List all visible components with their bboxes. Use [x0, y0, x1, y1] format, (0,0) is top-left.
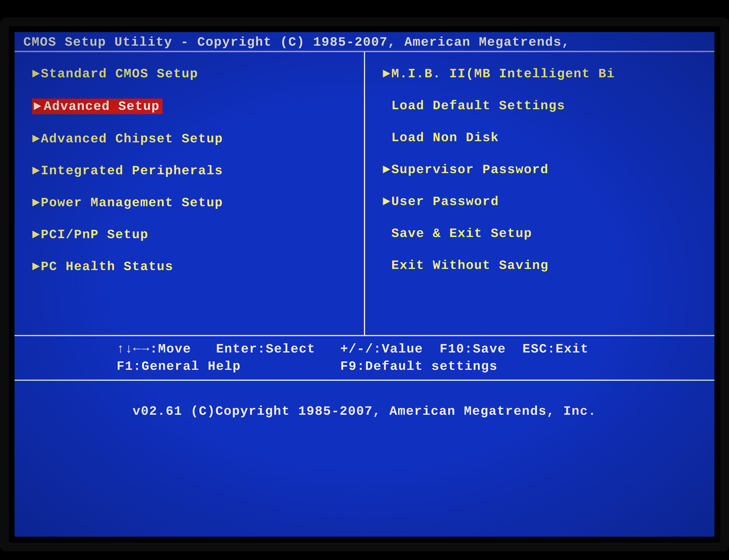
submenu-arrow-icon: ► [32, 227, 41, 242]
bios-title: CMOS Setup Utility - Copyright (C) 1985-… [15, 32, 714, 51]
menu-item-label: Exit Without Saving [391, 258, 549, 273]
menu-item-right-3[interactable]: ►Supervisor Password [382, 162, 706, 177]
menu-item-left-1[interactable]: ►Advanced Setup [32, 99, 355, 114]
submenu-arrow-icon: ► [382, 194, 391, 209]
menu-item-right-4[interactable]: ►User Password [382, 194, 706, 209]
menu-item-label: PC Health Status [41, 259, 173, 274]
menu-item-label: Integrated Peripherals [41, 164, 223, 178]
submenu-arrow-icon: ► [382, 67, 391, 81]
submenu-arrow-icon: ► [32, 67, 41, 81]
bios-screen: CMOS Setup Utility - Copyright (C) 1985-… [15, 32, 714, 537]
menu-item-left-6[interactable]: ►PC Health Status [32, 259, 355, 274]
menu-item-left-0[interactable]: ►Standard CMOS Setup [32, 67, 355, 81]
menu-right-column: ►M.I.B. II(MB Intelligent Bi►Load Defaul… [365, 52, 714, 335]
submenu-arrow-icon: ► [32, 196, 41, 210]
menu-item-label: M.I.B. II(MB Intelligent Bi [391, 67, 615, 81]
key-hints: ↑↓←→:Move Enter:Select +/-/:Value F10:Sa… [15, 336, 714, 380]
menu-item-label: Power Management Setup [41, 196, 223, 210]
divider-above-hints [15, 335, 714, 336]
column-divider [364, 52, 365, 335]
menu-item-left-4[interactable]: ►Power Management Setup [32, 196, 355, 210]
menu-item-label: User Password [391, 194, 499, 209]
menu-item-right-6[interactable]: ►Exit Without Saving [382, 258, 706, 273]
menu-item-right-5[interactable]: ►Save & Exit Setup [382, 226, 706, 241]
menu-item-right-2[interactable]: ►Load Non Disk [382, 131, 706, 145]
bios-main-menu: ►Standard CMOS Setup►Advanced Setup►Adva… [15, 52, 714, 335]
menu-item-label: Standard CMOS Setup [41, 67, 198, 81]
menu-item-label: Supervisor Password [391, 162, 549, 177]
submenu-arrow-icon: ► [32, 259, 41, 274]
menu-item-label: Advanced Chipset Setup [41, 132, 223, 146]
menu-item-right-1[interactable]: ►Load Default Settings [382, 99, 706, 113]
submenu-arrow-icon: ► [32, 132, 41, 146]
divider-double-top [15, 51, 714, 52]
monitor-bezel: CMOS Setup Utility - Copyright (C) 1985-… [0, 17, 729, 551]
menu-item-label: Advanced Setup [42, 99, 163, 114]
menu-item-left-2[interactable]: ►Advanced Chipset Setup [32, 132, 355, 146]
bios-version-footer: v02.61 (C)Copyright 1985-2007, American … [15, 381, 714, 430]
menu-item-left-5[interactable]: ►PCI/PnP Setup [32, 227, 355, 242]
menu-item-label: Load Non Disk [391, 131, 499, 145]
hints-line-1: ↑↓←→:Move Enter:Select +/-/:Value F10:Sa… [117, 342, 589, 356]
hints-line-2: F1:General Help F9:Default settings [117, 359, 498, 374]
menu-left-column: ►Standard CMOS Setup►Advanced Setup►Adva… [15, 52, 364, 335]
menu-item-left-3[interactable]: ►Integrated Peripherals [32, 164, 355, 178]
divider-below-hints [15, 380, 714, 381]
menu-item-label: PCI/PnP Setup [41, 227, 149, 242]
submenu-arrow-icon: ► [32, 164, 41, 178]
submenu-arrow-icon: ► [32, 99, 42, 114]
menu-item-label: Load Default Settings [391, 99, 565, 113]
submenu-arrow-icon: ► [382, 162, 391, 177]
menu-item-label: Save & Exit Setup [391, 226, 532, 241]
menu-item-right-0[interactable]: ►M.I.B. II(MB Intelligent Bi [382, 67, 706, 81]
